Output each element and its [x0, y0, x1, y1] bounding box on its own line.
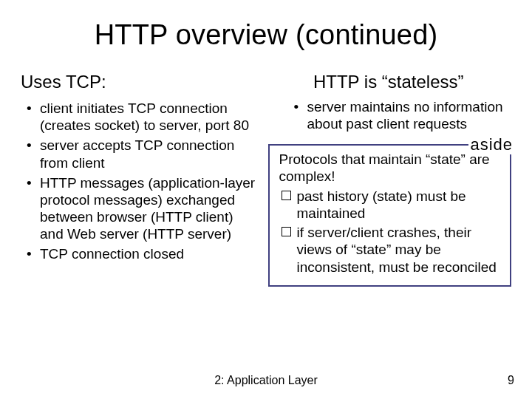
- right-bullet-list: server maintains no information about pa…: [287, 98, 511, 132]
- aside-box: aside Protocols that maintain “state” ar…: [268, 144, 511, 286]
- content-columns: Uses TCP: client initiates TCP connectio…: [21, 72, 511, 287]
- list-item: past history (state) must be maintained: [280, 188, 502, 222]
- right-heading: HTTP is “stateless”: [265, 72, 511, 92]
- right-bullet-wrap: server maintains no information about pa…: [265, 98, 511, 132]
- slide-title: HTTP overview (continued): [21, 19, 511, 51]
- left-heading: Uses TCP:: [21, 72, 256, 92]
- left-bullet-list: client initiates TCP connection (creates…: [21, 100, 256, 263]
- list-item: if server/client crashes, their views of…: [280, 224, 502, 276]
- list-item: TCP connection closed: [25, 245, 256, 262]
- page-number: 9: [508, 374, 514, 387]
- list-item: HTTP messages (application-layer protoco…: [25, 174, 256, 243]
- list-item: server accepts TCP connection from clien…: [25, 137, 256, 171]
- list-item: client initiates TCP connection (creates…: [25, 100, 256, 134]
- left-column: Uses TCP: client initiates TCP connectio…: [21, 72, 256, 287]
- list-item: server maintains no information about pa…: [292, 98, 511, 132]
- footer-center: 2: Application Layer: [0, 374, 532, 387]
- aside-lead-text: Protocols that maintain “state” are comp…: [277, 151, 502, 185]
- right-column: HTTP is “stateless” server maintains no …: [265, 72, 511, 287]
- aside-label: aside: [468, 135, 514, 154]
- aside-checklist: past history (state) must be maintained …: [277, 188, 502, 276]
